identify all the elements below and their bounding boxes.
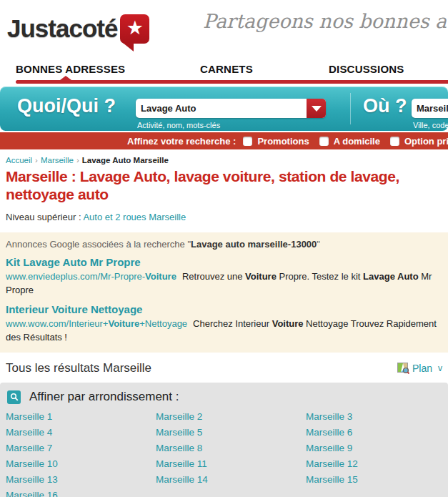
promotions-checkbox[interactable]: [243, 137, 252, 146]
google-ads-box: Annonces Google associées à la recherche…: [0, 232, 448, 353]
where-input[interactable]: [412, 99, 448, 118]
ad-title-link[interactable]: Kit Lavage Auto Mr Propre: [6, 256, 442, 268]
district-link[interactable]: Marseille 14: [156, 474, 306, 485]
district-link[interactable]: Marseille 7: [6, 443, 156, 453]
ads-header: Annonces Google associées à la recherche…: [6, 239, 442, 250]
what-hint: Activité, nom, mots-clés: [137, 121, 220, 129]
rendez-vous-label: Option prise de rendez-vous: [404, 136, 448, 147]
where-input-group: [412, 99, 448, 118]
ad-title-link[interactable]: Interieur Voiture Nettoyage: [6, 303, 442, 315]
what-dropdown-button[interactable]: [307, 99, 326, 118]
district-link[interactable]: Marseille 2: [156, 411, 306, 422]
rendez-vous-checkbox[interactable]: [390, 137, 399, 146]
search-panel: Quoi/Qui ? Activité, nom, mots-clés Où ?…: [0, 87, 448, 131]
caret-down-icon: [312, 106, 322, 112]
district-link[interactable]: Marseille 4: [6, 427, 156, 438]
tab-discussions[interactable]: DISCUSSIONS: [329, 63, 404, 75]
refine-option-promotions: Promotions: [243, 136, 309, 147]
breadcrumb-accueil[interactable]: Accueil: [6, 156, 32, 164]
breadcrumb-separator: ›: [76, 156, 79, 164]
logo-text: Justacoté: [7, 14, 117, 43]
promotions-label: Promotions: [257, 136, 309, 147]
refine-label: Affinez votre recherche :: [127, 136, 236, 147]
site-header: Justacoté ★ Partageons nos bonnes adress…: [0, 0, 448, 61]
refine-bar: Affinez votre recherche : Promotions A d…: [0, 132, 448, 149]
what-label: Quoi/Qui ?: [17, 95, 116, 117]
district-link[interactable]: Marseille 12: [306, 458, 448, 469]
main-content: Accueil›Marseille›Lavage Auto Marseille …: [0, 156, 448, 222]
refine-option-rdv: Option prise de rendez-vous: [390, 136, 448, 147]
district-links-grid: Marseille 1Marseille 2Marseille 3Marseil…: [0, 404, 448, 497]
level-up-label: Niveau supérieur :: [6, 212, 81, 222]
district-link[interactable]: Marseille 15: [306, 474, 448, 485]
what-input-group: [136, 99, 326, 118]
a-domicile-checkbox[interactable]: [319, 137, 329, 146]
where-hint: Ville, code postal: [413, 121, 448, 129]
results-header: Tous les résultats Marseille Plan v: [0, 361, 448, 375]
logo[interactable]: Justacoté ★: [7, 14, 149, 44]
district-link[interactable]: Marseille 6: [306, 427, 448, 438]
map-icon: [397, 363, 409, 374]
breadcrumb: Accueil›Marseille›Lavage Auto Marseille: [6, 156, 442, 164]
district-link[interactable]: Marseille 1: [6, 411, 156, 422]
what-input[interactable]: [136, 99, 306, 118]
star-icon: ★: [126, 19, 144, 38]
breadcrumb-separator: ›: [35, 156, 38, 164]
district-filter-header: Affiner par arrondissement :: [0, 390, 448, 404]
ad-body: www.enviedeplus.com/Mr-Propre-VoitureRet…: [6, 270, 442, 297]
district-link[interactable]: Marseille 13: [6, 474, 156, 485]
page: Justacoté ★ Partageons nos bonnes adress…: [0, 0, 448, 497]
breadcrumb-marseille[interactable]: Marseille: [41, 156, 74, 164]
level-up-row: Niveau supérieur : Auto et 2 roues Marse…: [6, 212, 442, 222]
district-filter-title: Affiner par arrondissement :: [29, 390, 179, 404]
ad-url[interactable]: www.enviedeplus.com/Mr-Propre-Voiture: [6, 271, 176, 282]
plan-label: Plan: [412, 363, 432, 374]
search-divider: [350, 93, 351, 124]
nav-active-indicator: [16, 80, 448, 84]
district-link[interactable]: Marseille 16: [6, 490, 156, 497]
district-link[interactable]: Marseille 11: [156, 458, 306, 469]
ad-item: Interieur Voiture Nettoyage www.wow.com/…: [6, 303, 442, 344]
page-title: Marseille : Lavage Auto, lavage voiture,…: [6, 167, 446, 203]
district-link[interactable]: Marseille 5: [156, 427, 306, 438]
a-domicile-label: A domicile: [334, 136, 380, 147]
logo-star-icon: ★: [120, 14, 149, 44]
ad-url[interactable]: www.wow.com/Interieur+Voiture+Nettoyage: [6, 318, 187, 329]
results-title: Tous les résultats Marseille: [6, 361, 151, 375]
breadcrumb-current: Lavage Auto Marseille: [82, 156, 169, 164]
ad-item: Kit Lavage Auto Mr Propre www.enviedeplu…: [6, 256, 442, 297]
magnifier-glyph: [10, 393, 19, 401]
refine-option-domicile: A domicile: [319, 136, 380, 147]
where-label: Où ?: [363, 95, 407, 117]
tab-bonnes-adresses[interactable]: BONNES ADRESSES: [16, 63, 125, 75]
tab-carnets[interactable]: CARNETS: [200, 63, 253, 75]
district-link[interactable]: Marseille 9: [306, 443, 448, 453]
district-filter-box: Affiner par arrondissement : Marseille 1…: [0, 383, 448, 497]
ad-body: www.wow.com/Interieur+Voiture+NettoyageC…: [6, 317, 442, 344]
district-link[interactable]: Marseille 10: [6, 458, 156, 469]
search-icon[interactable]: [7, 390, 21, 404]
plan-toggle-link[interactable]: Plan v: [397, 363, 442, 374]
district-link[interactable]: Marseille 3: [306, 411, 448, 422]
tagline: Partageons nos bonnes adresses: [203, 10, 448, 32]
district-link[interactable]: Marseille 8: [156, 443, 306, 453]
level-up-link[interactable]: Auto et 2 roues Marseille: [83, 212, 186, 222]
chevron-down-icon: v: [438, 363, 442, 373]
